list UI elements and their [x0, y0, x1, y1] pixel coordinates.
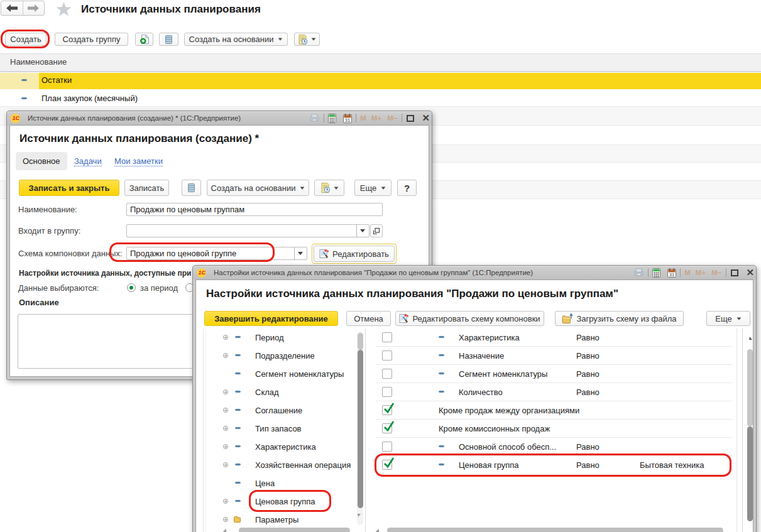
svg-text:31: 31 [669, 271, 674, 277]
svg-text:31: 31 [345, 117, 350, 122]
